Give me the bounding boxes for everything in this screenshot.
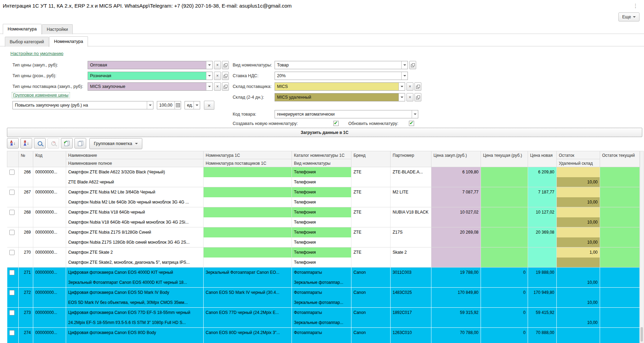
column-header[interactable]: Наименование [66,151,204,159]
open-button[interactable] [222,82,229,91]
group-price-change-link[interactable]: Групповое изменение цены [12,92,70,98]
cell-kind: Зеркальные фотоаппар... [292,298,351,308]
clear-button[interactable]: × [214,61,221,69]
row-checkbox[interactable] [9,250,15,255]
more-button[interactable]: Еще [618,12,639,21]
open-button[interactable] [222,61,229,69]
price-type-retail-field[interactable]: Розничная [88,72,213,80]
supplier-warehouse-label: Склад поставщика: [233,82,271,91]
group-change-cancel-button[interactable]: × [204,101,214,110]
chevron-down-icon[interactable] [412,110,418,118]
column-subheader[interactable]: Номенклатура поставщиков 1С [204,159,292,167]
price-type-purchase-field[interactable]: Оптовая [88,61,213,69]
column-subheader[interactable]: Удаленный склад [557,159,600,167]
clear-button[interactable]: × [214,82,221,91]
group-mark-button[interactable]: Групповая пометка [89,138,142,149]
column-header[interactable]: Цена новая [528,151,557,167]
product-row[interactable]: 27200000000...Цифровая фотокамера Canon … [7,288,640,298]
product-row[interactable]: 27300000000...Цифровая фотокамера Canon … [7,308,640,318]
chevron-down-icon[interactable] [401,72,408,80]
column-header[interactable]: Партномер [391,151,431,167]
calculator-icon[interactable] [175,101,181,109]
clear-button[interactable]: × [214,72,221,80]
mark-all-button[interactable]: ✔ [61,138,73,148]
chevron-down-icon[interactable] [206,61,212,69]
column-header[interactable]: Остаток [557,151,600,159]
product-row[interactable]: 27100000000...Цифровая фотокамера Canon … [7,268,640,278]
product-row[interactable]: 27000000000...Смартфон ZTE Skate 2Телефо… [7,247,640,258]
cell-stock-remote: 10,00 [557,197,600,207]
product-code-field[interactable]: генерируется автоматически [275,110,418,118]
row-checkbox[interactable] [9,230,15,235]
clear-button[interactable]: × [406,93,413,101]
load-data-button[interactable]: Загрузить данные в 1С [7,128,642,137]
chevron-down-icon[interactable] [399,93,405,101]
column-subheader[interactable]: Вид номенклатуры [292,159,351,167]
product-row[interactable]: 26800000000...Смартфон ZTE Nubia V18 64G… [7,207,640,217]
group-change-unit-select[interactable]: ед. [185,101,200,109]
supplier-price-type-field[interactable]: MICS закупочные [88,82,213,91]
open-button[interactable] [222,72,229,80]
vat-rate-field[interactable]: 20% [275,72,408,80]
sort-za-icon: ЯА↓ [24,141,29,146]
tab-vybor-kategoriy[interactable]: Выбор категорий [5,37,49,47]
column-subheader[interactable]: Наименование полное [66,159,204,167]
kebab-menu-icon[interactable]: ⋮ [633,3,638,9]
row-checkbox[interactable] [9,270,15,275]
tab-inner-nomenklatura[interactable]: Номенклатура [49,36,88,47]
cell-partnumber: NUBIA V18 BLACK [391,207,431,227]
chevron-down-icon[interactable] [194,101,200,109]
scrollbar-thumb[interactable] [641,327,643,342]
column-header[interactable]: Каталог номенклатуры 1С [292,151,351,159]
cell-kind: Зеркальные фотоаппар... [292,318,351,328]
supplier-warehouse-field[interactable]: MICS [275,82,405,91]
group-change-action-select[interactable]: Повысить закупочную цену (руб.) на [12,101,153,109]
group-change-amount-input[interactable]: 100,00 [157,101,181,109]
search-button[interactable] [34,138,46,148]
copy-button[interactable] [74,138,86,148]
product-row[interactable]: 26900000000...Смартфон ZTE Nubia Z17S 8/… [7,227,640,237]
column-header[interactable]: Остаток текущий [600,151,640,167]
tab-nastroyki[interactable]: Настройки [42,24,73,34]
chevron-down-icon[interactable] [206,72,212,80]
cancel-search-button[interactable]: ✕ [47,138,59,148]
row-checkbox[interactable] [9,190,15,195]
chevron-down-icon[interactable] [206,83,212,90]
cell-partnumber: 1263C010 [391,328,431,343]
product-row[interactable]: 26700000000...Смартфон ZTE Nubia M2 Lite… [7,187,640,197]
tab-nomenklatura[interactable]: Номенклатура [3,24,42,34]
row-checkbox[interactable] [9,290,15,295]
product-row[interactable]: 26600000000...Смартфон ZTE Blade A622 3/… [7,167,640,177]
column-header[interactable]: Код [33,151,66,167]
column-header[interactable]: Бренд [351,151,391,167]
row-checkbox[interactable] [9,210,15,215]
column-header[interactable]: Цена текущая (руб.) [481,151,528,167]
chevron-down-icon[interactable] [399,83,405,90]
cell-code: 00000000... [33,268,66,288]
row-checkbox[interactable] [9,170,15,175]
vertical-scrollbar[interactable] [640,151,644,343]
column-header[interactable]: Цена закуп.(руб.) [431,151,481,167]
chevron-down-icon[interactable] [401,61,408,69]
sort-descending-button[interactable]: ЯА↓ [20,138,32,148]
product-row[interactable]: 27400000000...Цифровая фотокамера Canon … [7,328,640,338]
chevron-down-icon[interactable] [147,101,153,109]
nomenclature-kind-field[interactable]: Товар [275,61,408,69]
create-new-checkbox[interactable] [333,121,339,126]
remote-warehouse-field[interactable]: MICS удаленный [275,93,405,101]
column-header[interactable]: № [19,151,33,167]
cell-stock-remote [557,258,600,268]
row-checkbox[interactable] [9,310,15,315]
remote-warehouse-value: MICS удаленный [275,93,399,101]
cell-nomenclature-supplier [204,338,292,343]
column-header[interactable] [7,151,19,167]
column-header[interactable]: Номенклатура 1С [204,151,292,159]
clear-button[interactable]: × [406,82,413,91]
open-button[interactable] [414,93,421,101]
defaults-settings-link[interactable]: Настройки по умолчанию [10,51,63,56]
open-button[interactable] [409,61,416,69]
update-checkbox[interactable] [409,121,414,126]
sort-ascending-button[interactable]: АЯ↓ [7,138,19,148]
open-button[interactable] [414,82,421,91]
row-checkbox[interactable] [9,330,15,335]
